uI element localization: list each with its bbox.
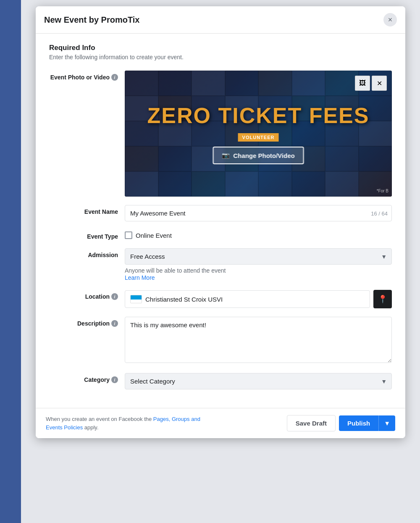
photo-info-icon[interactable]: i (111, 74, 118, 81)
category-label: Category i (49, 373, 125, 383)
event-name-label: Event Name (49, 205, 125, 215)
event-type-label: Event Type (49, 230, 125, 240)
location-info-icon[interactable]: i (111, 293, 118, 300)
volunteer-badge: VOLUNTEER (238, 133, 279, 142)
learn-more-link[interactable]: Learn More (125, 274, 155, 281)
admission-row: Admission Free Access Ticketed Event Don… (49, 248, 392, 281)
publish-dropdown-button[interactable]: ▼ (378, 415, 395, 431)
publish-dropdown-arrow-icon: ▼ (384, 420, 390, 427)
footer-actions: Save Draft Publish ▼ (287, 415, 395, 431)
photo-bg: ZERO TICKET FEES VOLUNTEER 📷 Change Phot… (125, 71, 392, 197)
char-count: 16 / 64 (371, 210, 388, 216)
photo-row: Event Photo or Video i (49, 71, 392, 197)
location-map-button[interactable]: 📍 (373, 290, 392, 308)
promo-headline: ZERO TICKET FEES (147, 103, 370, 128)
change-photo-button[interactable]: 📷 Change Photo/Video (213, 147, 304, 164)
photo-container: ZERO TICKET FEES VOLUNTEER 📷 Change Phot… (125, 71, 392, 197)
online-event-label: Online Event (136, 232, 172, 239)
online-event-checkbox[interactable] (125, 231, 132, 239)
description-info-icon[interactable]: i (111, 320, 118, 327)
event-name-input[interactable] (125, 205, 392, 221)
remove-photo-icon: ✕ (377, 79, 382, 87)
gallery-icon: 🖼 (359, 79, 366, 87)
photo-watermark: *For B (377, 189, 388, 193)
category-info-icon[interactable]: i (111, 376, 118, 383)
event-name-control: 16 / 64 (125, 205, 392, 221)
description-control: This is my awesome event! (125, 317, 392, 365)
description-label: Description i (49, 317, 125, 327)
online-event-checkbox-row: Online Event (125, 230, 392, 239)
event-name-row: Event Name 16 / 64 (49, 205, 392, 221)
photo-remove-button[interactable]: ✕ (372, 76, 387, 91)
category-row: Category i Select Category Music Sports … (49, 373, 392, 389)
location-input[interactable]: Christiansted St Croix USVI (125, 290, 370, 308)
location-control: Christiansted St Croix USVI 📍 (125, 290, 392, 308)
event-name-wrapper: 16 / 64 (125, 205, 392, 221)
description-row: Description i This is my awesome event! (49, 317, 392, 365)
photo-top-actions: 🖼 ✕ (355, 76, 387, 91)
modal-title: New Event by PromoTix (44, 15, 139, 25)
close-icon: × (388, 16, 393, 24)
event-type-control: Online Event (125, 230, 392, 239)
location-flag (130, 295, 142, 303)
event-type-row: Event Type Online Event (49, 230, 392, 240)
admission-dropdown[interactable]: Free Access Ticketed Event Donation (125, 248, 392, 265)
category-dropdown-wrapper: Select Category Music Sports Food & Drin… (125, 373, 392, 389)
admission-dropdown-wrapper: Free Access Ticketed Event Donation ▼ (125, 248, 392, 265)
category-dropdown[interactable]: Select Category Music Sports Food & Drin… (125, 373, 392, 389)
photo-gallery-button[interactable]: 🖼 (355, 76, 370, 91)
save-draft-button[interactable]: Save Draft (287, 415, 336, 431)
publish-group: Publish ▼ (339, 415, 395, 431)
admission-label: Admission (49, 248, 125, 258)
photo-text-overlay: ZERO TICKET FEES VOLUNTEER 📷 Change Phot… (147, 103, 370, 164)
map-pin-icon: 📍 (378, 294, 387, 304)
footer-text: When you create an event on Facebook the… (46, 415, 214, 431)
description-textarea[interactable]: This is my awesome event! (125, 317, 392, 363)
photo-label: Event Photo or Video i (49, 71, 125, 81)
modal-footer: When you create an event on Facebook the… (36, 408, 405, 438)
location-label: Location i (49, 290, 125, 300)
new-event-modal: New Event by PromoTix × Required Info En… (36, 6, 405, 438)
modal-header: New Event by PromoTix × (36, 6, 405, 34)
publish-button[interactable]: Publish (339, 415, 378, 431)
location-input-wrapper: Christiansted St Croix USVI 📍 (125, 290, 392, 308)
location-row: Location i Christiansted St Croix USVI 📍 (49, 290, 392, 308)
camera-icon: 📷 (222, 152, 230, 159)
modal-body: Required Info Enter the following inform… (36, 34, 405, 408)
section-title: Required Info (49, 44, 392, 52)
location-text: Christiansted St Croix USVI (145, 296, 223, 303)
section-subtitle: Enter the following information to creat… (49, 54, 392, 60)
admission-control: Free Access Ticketed Event Donation ▼ An… (125, 248, 392, 281)
admission-note: Anyone will be able to attend the event (125, 267, 392, 274)
photo-control: ZERO TICKET FEES VOLUNTEER 📷 Change Phot… (125, 71, 392, 197)
close-button[interactable]: × (383, 13, 397, 26)
category-control: Select Category Music Sports Food & Drin… (125, 373, 392, 389)
